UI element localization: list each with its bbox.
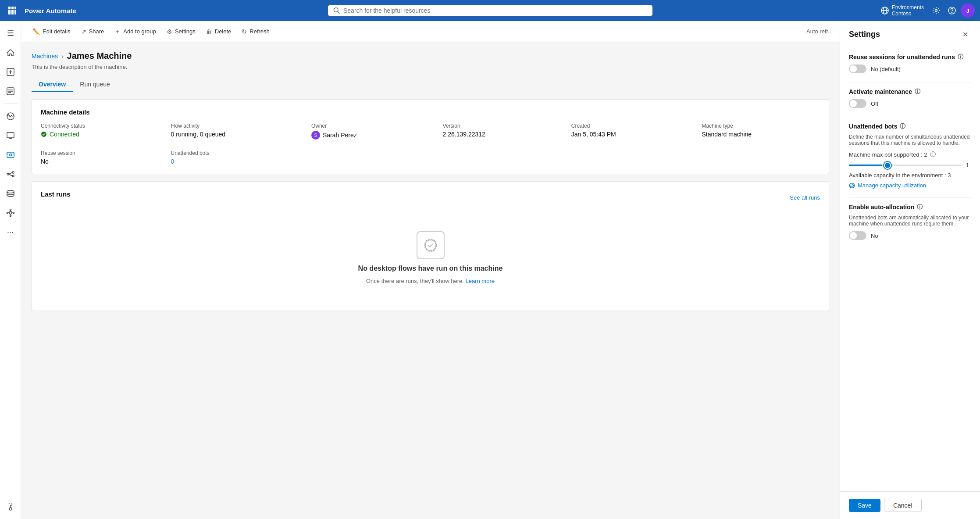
search-bar[interactable]: [328, 5, 652, 16]
refresh-circle-icon: [849, 183, 855, 189]
refresh-label: Refresh: [249, 28, 270, 35]
user-avatar[interactable]: J: [961, 4, 975, 18]
delete-label: Delete: [215, 28, 232, 35]
activate-maintenance-info-icon[interactable]: ⓘ: [915, 88, 920, 96]
delete-button[interactable]: 🗑 Delete: [202, 25, 236, 38]
svg-point-42: [13, 212, 14, 214]
check-circle-icon: [41, 131, 47, 137]
tab-run-queue[interactable]: Run queue: [73, 77, 117, 92]
svg-point-37: [7, 190, 14, 193]
sidebar-more[interactable]: ···: [2, 223, 19, 241]
refresh-button[interactable]: ↻ Refresh: [237, 25, 274, 38]
svg-rect-2: [14, 7, 16, 9]
machine-type-col: Machine type Standard machine: [702, 123, 820, 138]
svg-line-35: [9, 172, 12, 174]
add-to-group-button[interactable]: ＋ Add to group: [110, 25, 160, 38]
auto-allocation-toggle[interactable]: [849, 231, 866, 240]
environment-selector[interactable]: Environments Contoso: [877, 3, 927, 18]
add-to-group-label: Add to group: [123, 28, 156, 35]
reuse-sessions-info-icon[interactable]: ⓘ: [958, 53, 963, 61]
activate-maintenance-label: Activate maintenance ⓘ: [849, 88, 971, 96]
topbar: Power Automate Environments Contoso: [0, 0, 980, 21]
version-label: Version: [443, 123, 554, 129]
sidebar-machines[interactable]: [2, 146, 19, 164]
sidebar-myflows[interactable]: [2, 82, 19, 100]
last-runs-card: Last runs See all runs No desktop flows …: [32, 181, 829, 311]
share-icon: ↗: [81, 28, 86, 35]
reuse-sessions-toggle-row: No (default): [849, 64, 971, 73]
auto-allocation-info-icon[interactable]: ⓘ: [917, 203, 923, 211]
tab-overview[interactable]: Overview: [32, 77, 73, 92]
divider-3: [849, 197, 971, 198]
sidebar-menu-toggle[interactable]: ☰: [2, 25, 19, 42]
svg-rect-28: [7, 152, 14, 157]
machine-max-bot-info-icon[interactable]: ⓘ: [930, 150, 936, 158]
svg-point-32: [7, 173, 9, 175]
settings-label: Settings: [175, 28, 196, 35]
share-button[interactable]: ↗ Share: [77, 25, 109, 38]
version-value: 2.26.139.22312: [443, 131, 554, 138]
edit-icon: ✏️: [32, 28, 40, 35]
connectivity-col: Connectivity status Connected: [41, 123, 153, 138]
add-group-icon: ＋: [114, 28, 121, 36]
panel-body: Reuse sessions for unattended runs ⓘ No …: [840, 46, 980, 491]
svg-point-16: [951, 12, 952, 12]
activate-maintenance-value: Off: [871, 100, 878, 107]
see-all-runs-link[interactable]: See all runs: [790, 194, 820, 201]
svg-rect-7: [11, 12, 14, 14]
settings-icon-btn[interactable]: [929, 4, 943, 18]
divider-2: [849, 117, 971, 117]
edit-details-button[interactable]: ✏️ Edit details: [28, 25, 75, 38]
reuse-session-value: No: [41, 158, 153, 165]
close-panel-button[interactable]: ✕: [959, 28, 971, 40]
last-runs-title: Last runs: [41, 190, 71, 198]
connectivity-value: Connected: [41, 131, 153, 138]
sidebar-activity[interactable]: [2, 107, 19, 125]
sidebar-connections[interactable]: [2, 165, 19, 183]
sidebar-home[interactable]: [2, 44, 19, 61]
topbar-right: Environments Contoso J: [877, 3, 975, 18]
unattended-bots-slider[interactable]: [849, 165, 961, 166]
svg-line-10: [338, 11, 339, 13]
sidebar-aimodels[interactable]: [2, 204, 19, 222]
breadcrumb-machines[interactable]: Machines: [32, 53, 58, 60]
breadcrumb: Machines › James Machine: [32, 51, 829, 61]
empty-state: No desktop flows have run on this machin…: [41, 214, 820, 302]
svg-rect-6: [8, 12, 11, 14]
svg-point-38: [9, 211, 12, 214]
sidebar: ☰: [0, 21, 21, 519]
unattended-bots-info-icon[interactable]: ⓘ: [900, 122, 905, 130]
cancel-button[interactable]: Cancel: [884, 499, 922, 512]
reuse-session-col: Reuse session No: [41, 150, 153, 165]
activate-maintenance-toggle-row: Off: [849, 99, 971, 108]
svg-point-40: [10, 215, 11, 217]
activate-maintenance-toggle[interactable]: [849, 99, 866, 108]
environment-name: Contoso: [892, 11, 924, 17]
learn-more-link[interactable]: Learn more: [466, 278, 495, 284]
reuse-sessions-value: No (default): [871, 66, 901, 72]
auto-allocation-toggle-row: No: [849, 231, 971, 240]
unattended-bots-value[interactable]: 0: [171, 158, 294, 165]
search-input[interactable]: [343, 7, 647, 14]
main-and-panel: ✏️ Edit details ↗ Share ＋ Add to group ⚙…: [21, 21, 980, 519]
reuse-sessions-toggle[interactable]: [849, 64, 866, 73]
waffle-menu[interactable]: [5, 7, 19, 14]
sidebar-dataverse[interactable]: [2, 185, 19, 202]
save-button[interactable]: Save: [849, 499, 880, 512]
environment-icon: [880, 6, 889, 15]
flow-activity-col: Flow activity 0 running, 0 queued: [171, 123, 294, 138]
connectivity-label: Connectivity status: [41, 123, 153, 129]
sidebar-monitor[interactable]: [2, 127, 19, 144]
settings-button[interactable]: ⚙ Settings: [162, 25, 200, 38]
sidebar-create[interactable]: [2, 63, 19, 81]
sidebar-help[interactable]: [2, 498, 19, 515]
machine-max-bot-row: Machine max bot supported : 2 ⓘ: [849, 150, 971, 158]
reuse-sessions-label: Reuse sessions for unattended runs ⓘ: [849, 53, 971, 61]
available-capacity-text: Available capacity in the environment : …: [849, 172, 971, 179]
search-icon: [333, 7, 340, 14]
manage-capacity-link[interactable]: Manage capacity utilization: [849, 182, 971, 189]
page-body: Machines › James Machine This is the des…: [21, 42, 840, 519]
help-icon-btn[interactable]: [945, 4, 959, 18]
owner-label: Owner: [311, 123, 425, 129]
svg-rect-8: [14, 12, 16, 14]
